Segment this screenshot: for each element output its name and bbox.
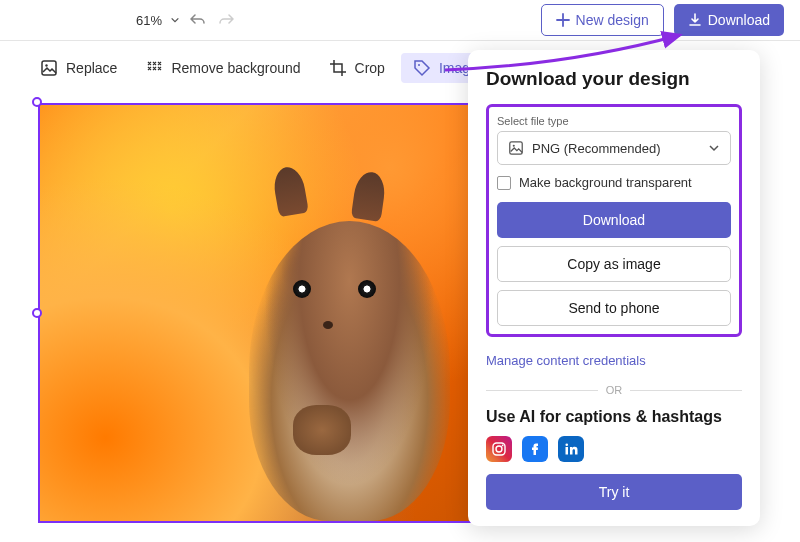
- checkbox[interactable]: [497, 176, 511, 190]
- zoom-control[interactable]: 61%: [136, 13, 180, 28]
- image-decor: [271, 165, 309, 217]
- new-design-button[interactable]: New design: [541, 4, 664, 36]
- image-decor: [293, 405, 351, 455]
- undo-icon[interactable]: [190, 12, 206, 28]
- copy-image-button[interactable]: Copy as image: [497, 246, 731, 282]
- chevron-down-icon: [170, 15, 180, 25]
- zoom-value: 61%: [136, 13, 162, 28]
- image-decor: [358, 280, 376, 298]
- image-decor: [293, 280, 311, 298]
- canvas[interactable]: [38, 103, 478, 523]
- transparent-option[interactable]: Make background transparent: [497, 175, 731, 190]
- plus-icon: [556, 13, 570, 27]
- highlight-annotation: Select file type PNG (Recommended) Make …: [486, 104, 742, 337]
- canvas-image[interactable]: [38, 103, 478, 523]
- svg-rect-8: [566, 447, 569, 455]
- download-icon: [688, 13, 702, 27]
- crop-label: Crop: [355, 60, 385, 76]
- svg-point-2: [418, 64, 420, 66]
- svg-point-9: [565, 443, 568, 446]
- image-icon: [40, 59, 58, 77]
- content-credentials-link[interactable]: Manage content credentials: [486, 353, 646, 368]
- new-design-label: New design: [576, 12, 649, 28]
- crop-icon: [329, 59, 347, 77]
- or-divider: OR: [486, 384, 742, 396]
- linkedin-icon[interactable]: [558, 436, 584, 462]
- ai-section-title: Use AI for captions & hashtags: [486, 408, 742, 426]
- facebook-icon[interactable]: [522, 436, 548, 462]
- download-action-button[interactable]: Download: [497, 202, 731, 238]
- svg-point-1: [45, 64, 47, 66]
- remove-bg-label: Remove background: [171, 60, 300, 76]
- social-icons-row: [486, 436, 742, 462]
- top-right-actions: New design Download: [541, 4, 784, 36]
- svg-rect-0: [42, 61, 56, 75]
- image-decor: [351, 170, 387, 222]
- file-type-label: Select file type: [497, 115, 731, 127]
- image-icon: [508, 140, 524, 156]
- file-type-select[interactable]: PNG (Recommended): [497, 131, 731, 165]
- remove-bg-tool[interactable]: Remove background: [133, 53, 312, 83]
- download-popup: Download your design Select file type PN…: [468, 50, 760, 526]
- resize-handle-top-left[interactable]: [32, 97, 42, 107]
- top-bar: 61% New design Download: [0, 0, 800, 40]
- instagram-icon[interactable]: [486, 436, 512, 462]
- replace-tool[interactable]: Replace: [28, 53, 129, 83]
- svg-rect-3: [510, 142, 522, 154]
- redo-icon[interactable]: [218, 12, 234, 28]
- undo-redo-group: [190, 12, 234, 28]
- popup-title: Download your design: [486, 68, 742, 90]
- image-tool-label: Imag: [439, 60, 470, 76]
- chevron-down-icon: [708, 142, 720, 154]
- resize-handle-mid-left[interactable]: [32, 308, 42, 318]
- svg-point-7: [502, 445, 504, 447]
- tag-icon: [413, 59, 431, 77]
- image-decor: [249, 221, 450, 521]
- svg-point-4: [513, 145, 515, 147]
- eraser-icon: [145, 59, 163, 77]
- crop-tool[interactable]: Crop: [317, 53, 397, 83]
- file-type-value: PNG (Recommended): [532, 141, 661, 156]
- try-it-button[interactable]: Try it: [486, 474, 742, 510]
- svg-point-6: [496, 446, 502, 452]
- download-button[interactable]: Download: [674, 4, 784, 36]
- send-to-phone-button[interactable]: Send to phone: [497, 290, 731, 326]
- transparent-label: Make background transparent: [519, 175, 692, 190]
- replace-label: Replace: [66, 60, 117, 76]
- download-label: Download: [708, 12, 770, 28]
